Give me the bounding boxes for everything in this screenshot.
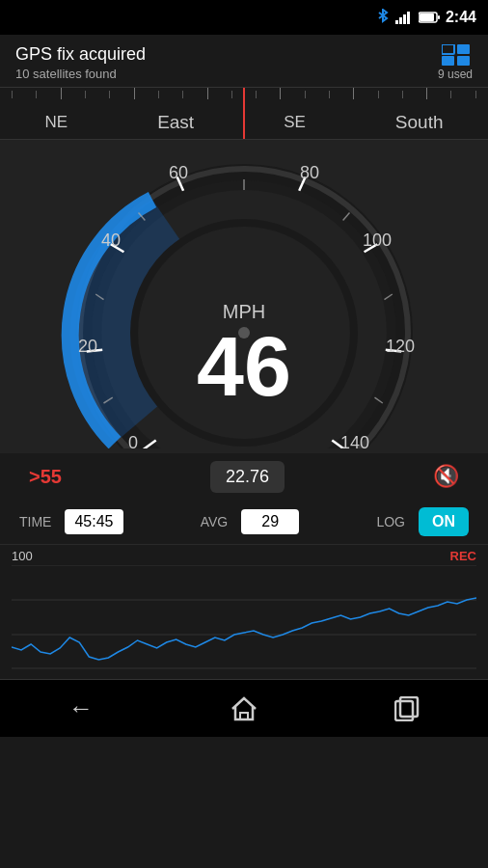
- svg-text:0: 0: [128, 433, 138, 448]
- compass-label-se: SE: [284, 113, 306, 132]
- svg-rect-3: [407, 12, 410, 24]
- svg-text:120: 120: [386, 337, 415, 356]
- svg-rect-10: [457, 56, 470, 66]
- tick: [475, 91, 476, 98]
- satellite-icon: [442, 44, 473, 66]
- home-button[interactable]: [230, 696, 258, 721]
- tick: [353, 88, 354, 99]
- tick: [329, 91, 330, 98]
- compass-bar: NE East SE South: [0, 87, 488, 140]
- tick: [85, 91, 86, 98]
- log-toggle[interactable]: ON: [419, 507, 469, 536]
- status-bar: 2:44: [0, 0, 488, 35]
- gps-info: GPS fix acquired 10 satellites found: [15, 44, 146, 81]
- gps-subtitle: 10 satellites found: [15, 67, 146, 81]
- signal-icon: [395, 11, 413, 24]
- back-button[interactable]: ←: [68, 693, 94, 723]
- satellites-used: 9 used: [438, 68, 473, 81]
- svg-text:140: 140: [340, 433, 369, 448]
- svg-text:100: 100: [363, 231, 392, 250]
- tick: [305, 91, 306, 98]
- tick: [61, 88, 62, 99]
- compass-label-south: South: [395, 112, 444, 133]
- recent-button[interactable]: [394, 696, 420, 721]
- sound-icon[interactable]: 🔇: [433, 464, 459, 489]
- tick: [207, 88, 208, 99]
- status-icons: 2:44: [376, 9, 476, 26]
- svg-rect-6: [438, 15, 440, 19]
- svg-rect-1: [399, 17, 402, 24]
- home-icon: [230, 696, 258, 721]
- speedometer-section: 0 20 40 60 80 100 120 140 MPH 46: [0, 140, 488, 453]
- speedometer: 0 20 40 60 80 100 120 140 MPH 46: [61, 149, 427, 448]
- info-row: >55 22.76 🔇: [0, 453, 488, 500]
- time-value: 45:45: [65, 509, 122, 534]
- tick: [426, 88, 427, 99]
- recent-apps-icon: [394, 696, 420, 721]
- svg-rect-0: [395, 20, 398, 24]
- tick: [231, 91, 232, 98]
- tick: [378, 91, 379, 98]
- nav-bar: ←: [0, 679, 488, 737]
- chart-svg: [12, 565, 476, 669]
- svg-rect-2: [403, 14, 406, 24]
- svg-text:80: 80: [300, 163, 319, 182]
- tick: [36, 91, 37, 98]
- tick: [280, 88, 281, 99]
- compass-indicator: [243, 88, 245, 139]
- chart-max-label: 100: [12, 549, 33, 563]
- svg-rect-7: [442, 44, 454, 54]
- tick: [256, 91, 257, 98]
- tick: [158, 91, 159, 98]
- chart-container: 100 REC: [0, 544, 488, 679]
- svg-rect-9: [457, 44, 470, 54]
- tick: [109, 91, 110, 98]
- tick: [450, 91, 451, 98]
- header: GPS fix acquired 10 satellites found 9 u…: [0, 35, 488, 87]
- tick: [182, 91, 183, 98]
- svg-text:60: 60: [169, 163, 188, 182]
- tick: [12, 91, 13, 98]
- gps-title: GPS fix acquired: [15, 44, 146, 65]
- compass-label-east: East: [157, 112, 194, 133]
- mileage-display: 22.76: [210, 461, 285, 493]
- status-time: 2:44: [446, 9, 476, 26]
- battery-icon: [419, 12, 440, 23]
- tick: [402, 91, 403, 98]
- speed-limit: >55: [29, 466, 62, 488]
- time-label: TIME: [19, 514, 51, 529]
- tick: [134, 88, 135, 99]
- svg-text:40: 40: [101, 231, 121, 250]
- log-label: LOG: [376, 514, 405, 529]
- svg-text:20: 20: [78, 337, 97, 356]
- controls-row: TIME 45:45 AVG 29 LOG ON: [0, 500, 488, 544]
- chart-rec-label: REC: [450, 549, 476, 563]
- svg-point-42: [238, 327, 250, 339]
- svg-rect-8: [442, 56, 454, 66]
- chart-labels: 100 REC: [12, 549, 476, 563]
- svg-rect-5: [420, 14, 434, 21]
- satellite-display: 9 used: [438, 44, 473, 81]
- avg-label: AVG: [201, 514, 229, 529]
- compass-label-ne: NE: [45, 113, 68, 132]
- bluetooth-icon: [376, 9, 390, 26]
- avg-value: 29: [241, 509, 299, 534]
